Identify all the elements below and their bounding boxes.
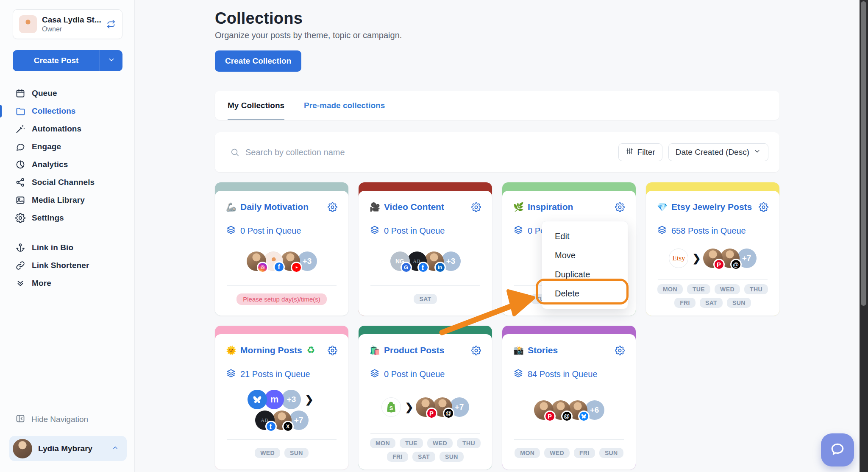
photo-avatar xyxy=(247,251,266,271)
swap-workspace-icon[interactable] xyxy=(106,19,116,29)
channel-avatars: Etsy❯P@+7 xyxy=(657,237,768,279)
sidebar-item-link-shortener[interactable]: Link Shortener xyxy=(0,257,134,274)
menu-item-duplicate[interactable]: Duplicate xyxy=(542,265,628,284)
collection-name-link[interactable]: Morning Posts xyxy=(240,345,302,355)
folder-icon xyxy=(15,106,25,116)
create-post-dropdown[interactable] xyxy=(100,50,122,71)
tab-label: My Collections xyxy=(228,101,284,110)
sidebar-item-label: Automations xyxy=(32,124,81,134)
collection-name-link[interactable]: Stories xyxy=(528,345,558,355)
collection-card-video-content: 🎥 Video Content 0 Post in Queue NGGABfin… xyxy=(359,182,492,316)
queue-count-link[interactable]: 84 Posts in Queue xyxy=(513,368,625,380)
sidebar-spacer xyxy=(0,292,134,411)
photo-avatar: P xyxy=(416,397,435,417)
search-toolbar: Filter Date Created (Desc) xyxy=(215,132,779,172)
queue-count-label: 0 Post in Queue xyxy=(384,369,445,379)
threads-icon: @ xyxy=(561,411,573,422)
create-collection-button[interactable]: Create Collection xyxy=(215,50,301,72)
queue-count-link[interactable]: 0 Post in Queue xyxy=(370,225,481,237)
channel-avatars: f+3 xyxy=(226,237,337,285)
scrollbar-thumb[interactable] xyxy=(861,1,866,306)
search-input[interactable] xyxy=(245,148,612,157)
menu-item-move[interactable]: Move xyxy=(542,246,628,265)
sidebar-item-settings[interactable]: Settings xyxy=(0,209,134,227)
gear-icon xyxy=(15,213,25,223)
sidebar-item-link-in-bio[interactable]: Link in Bio xyxy=(0,239,134,257)
gear-icon[interactable] xyxy=(471,202,481,212)
day-badge: THU xyxy=(744,284,768,294)
day-badge: WED xyxy=(544,448,570,458)
filter-button[interactable]: Filter xyxy=(618,143,662,161)
sidebar-item-label: Social Channels xyxy=(32,178,95,187)
gear-icon[interactable] xyxy=(615,202,625,212)
day-badge: WED xyxy=(427,438,453,448)
magic-wand-icon xyxy=(15,124,25,134)
active-tab-underline xyxy=(228,119,284,120)
sidebar-item-automations[interactable]: Automations xyxy=(0,120,134,138)
collection-name-link[interactable]: Inspiration xyxy=(528,202,573,212)
sidebar-item-engage[interactable]: Engage xyxy=(0,138,134,156)
youtube-icon xyxy=(291,262,302,273)
chevron-down-icon xyxy=(753,147,761,157)
avatar-row: f+3 xyxy=(247,251,317,271)
collection-name-link[interactable]: Daily Motivation xyxy=(240,202,309,212)
sidebar-item-collections[interactable]: Collections xyxy=(0,102,134,120)
avatar-row: NGGABfin+3 xyxy=(390,251,461,271)
double-chevron-down-icon xyxy=(15,278,25,288)
day-badge: MON xyxy=(657,284,683,294)
user-name: Lydia Mybrary xyxy=(38,444,106,453)
channel-avatars: m+3❯ABfX+7 xyxy=(226,380,337,439)
chat-launcher-button[interactable] xyxy=(821,433,854,466)
instagram-icon xyxy=(257,262,268,273)
collection-title-row: 🛍️ Product Posts xyxy=(370,345,481,355)
more-channels-badge: +3 xyxy=(281,390,301,409)
day-badge: SUN xyxy=(440,452,464,462)
gear-icon[interactable] xyxy=(328,346,337,355)
sidebar-item-label: Settings xyxy=(32,213,64,223)
user-menu[interactable]: Lydia Mybrary xyxy=(9,436,127,461)
queue-count-link[interactable]: 0 Post in Queue xyxy=(226,225,337,237)
collection-card-body: 🎥 Video Content 0 Post in Queue NGGABfin… xyxy=(359,191,492,316)
bluesky-icon xyxy=(578,411,590,422)
queue-count-link[interactable]: 0 Post in Queue xyxy=(370,368,481,380)
sidebar-item-queue[interactable]: Queue xyxy=(0,84,134,102)
collection-emoji: 🌞 xyxy=(226,346,236,355)
tab-my-collections[interactable]: My Collections xyxy=(228,91,284,120)
queue-count-link[interactable]: 21 Posts in Queue xyxy=(226,368,337,380)
sidebar-item-social-channels[interactable]: Social Channels xyxy=(0,173,134,191)
create-post-button[interactable]: Create Post xyxy=(13,50,122,71)
collection-card-stories: 📸 Stories 84 Posts in Queue P@+6 MONWEDF… xyxy=(502,326,636,469)
app-window: Casa Lydia St... Owner Create Post Queue… xyxy=(0,0,868,472)
workspace-switcher[interactable]: Casa Lydia St... Owner xyxy=(13,9,122,39)
collection-name-link[interactable]: Video Content xyxy=(384,202,444,212)
content: Collections Organize your posts by theme… xyxy=(215,9,779,469)
layers-icon xyxy=(513,368,523,380)
etsy-logo: Etsy xyxy=(669,249,688,268)
sidebar-item-more[interactable]: More xyxy=(0,274,134,292)
svg-text:S: S xyxy=(389,405,393,411)
sort-dropdown[interactable]: Date Created (Desc) xyxy=(668,143,768,161)
sidebar-item-label: Queue xyxy=(32,89,57,98)
gear-icon[interactable] xyxy=(615,346,625,355)
layers-icon xyxy=(226,368,236,380)
sidebar-item-label: Engage xyxy=(32,142,61,151)
sidebar-item-analytics[interactable]: Analytics xyxy=(0,156,134,173)
workspace-logo xyxy=(19,15,37,33)
tab-premade-collections[interactable]: Pre-made collections xyxy=(304,91,385,120)
collection-name-link[interactable]: Etsy Jewelry Posts xyxy=(671,202,752,212)
gear-icon[interactable] xyxy=(328,202,337,212)
gear-icon[interactable] xyxy=(471,346,481,355)
collection-title-row: 💎 Etsy Jewelry Posts xyxy=(657,202,768,212)
channel-avatars: S❯P@+7 xyxy=(370,380,481,433)
collection-name-link[interactable]: Product Posts xyxy=(384,345,444,355)
queue-count-link[interactable]: 658 Posts in Queue xyxy=(657,225,768,237)
menu-item-edit[interactable]: Edit xyxy=(542,227,628,246)
day-badge: SAT xyxy=(700,298,723,308)
collection-card-body: 🌞 Morning Posts♻ 21 Posts in Queue m+3❯A… xyxy=(215,334,348,469)
menu-item-delete[interactable]: Delete xyxy=(542,284,628,303)
collection-card-body: 🛍️ Product Posts 0 Post in Queue S❯P@+7 … xyxy=(359,334,492,469)
gear-icon[interactable] xyxy=(759,202,768,212)
hide-navigation-button[interactable]: Hide Navigation xyxy=(0,411,134,428)
link-icon xyxy=(15,260,25,271)
sidebar-item-media-library[interactable]: Media Library xyxy=(0,191,134,209)
